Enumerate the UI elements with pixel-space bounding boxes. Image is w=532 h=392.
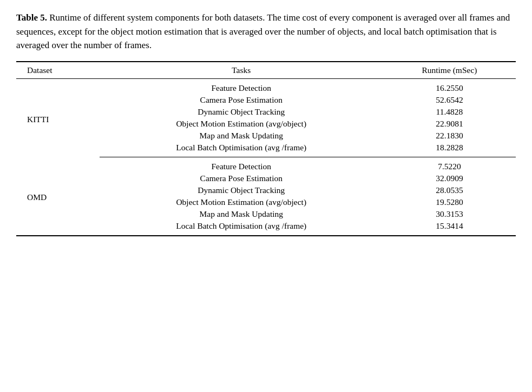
task-label: Map and Mask Updating [100,130,383,142]
task-label: Dynamic Object Tracking [100,106,383,118]
runtime-value: 22.1830 [383,130,516,142]
task-label: Object Motion Estimation (avg/object) [100,118,383,130]
caption: Table 5. Runtime of different system com… [16,11,516,52]
runtime-value: 28.0535 [383,184,516,196]
runtime-value: 52.6542 [383,94,516,106]
runtime-value: 32.0909 [383,172,516,184]
table-row: OMDFeature Detection7.5220 [16,157,516,172]
dataset-label: KITTI [16,78,100,157]
runtime-value: 15.3414 [383,220,516,236]
task-label: Feature Detection [100,78,383,94]
task-label: Local Batch Optimisation (avg /frame) [100,142,383,157]
table-row: KITTIFeature Detection16.2550 [16,78,516,94]
task-label: Map and Mask Updating [100,208,383,220]
runtime-value: 16.2550 [383,78,516,94]
task-label: Local Batch Optimisation (avg /frame) [100,220,383,236]
runtime-table: Dataset Tasks Runtime (mSec) KITTIFeatur… [16,61,516,236]
col-header-dataset: Dataset [16,62,100,79]
dataset-label: OMD [16,157,100,236]
runtime-value: 19.5280 [383,196,516,208]
col-header-tasks: Tasks [100,62,383,79]
runtime-value: 30.3153 [383,208,516,220]
task-label: Camera Pose Estimation [100,94,383,106]
task-label: Feature Detection [100,157,383,172]
task-label: Object Motion Estimation (avg/object) [100,196,383,208]
caption-text: Runtime of different system components f… [16,12,510,50]
runtime-value: 11.4828 [383,106,516,118]
col-header-runtime: Runtime (mSec) [383,62,516,79]
runtime-value: 7.5220 [383,157,516,172]
runtime-value: 18.2828 [383,142,516,157]
task-label: Dynamic Object Tracking [100,184,383,196]
runtime-value: 22.9081 [383,118,516,130]
caption-label: Table 5. [16,12,47,23]
task-label: Camera Pose Estimation [100,172,383,184]
